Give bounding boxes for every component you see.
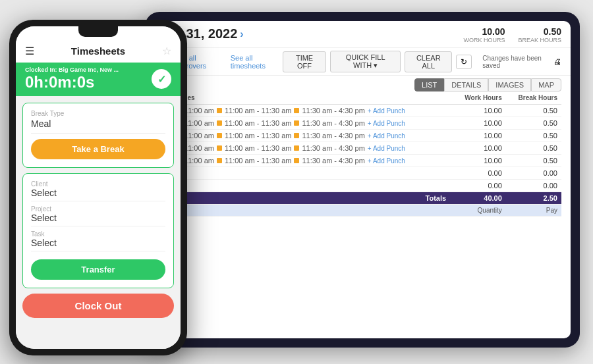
punch-cell: am - 11:00 am 11:00 am - 11:30 am 11:30 … [163, 155, 453, 167]
print-icon[interactable]: 🖨 [553, 57, 561, 66]
table-row: am - 11:00 am 11:00 am - 11:30 am 11:30 … [163, 155, 561, 167]
col-punches: Punches [163, 91, 453, 105]
saved-message: Changes have been saved [482, 55, 550, 69]
clocked-in-text: Clocked In: [25, 66, 57, 73]
transfer-button[interactable]: Transfer [31, 259, 165, 280]
col-break-hours: Break Hours [506, 91, 561, 105]
work-hours-block: 10.00 WORK HOURS [463, 26, 505, 43]
tablet: Jul 31, 2022 › 10.00 WORK HOURS 0.50 BRE… [145, 12, 580, 348]
add-punch-link[interactable]: + Add Punch [368, 132, 405, 140]
empty-row: 0.00 0.00 [163, 167, 561, 180]
break-hours-cell: 0.50 [506, 105, 561, 117]
tab-map[interactable]: MAP [531, 78, 561, 91]
break-hours-value: 0.50 [518, 26, 561, 37]
empty-break-cell: 0.00 [506, 180, 561, 192]
add-punch-link[interactable]: + Add Punch [368, 145, 405, 152]
punch-dot [294, 133, 299, 138]
empty-work-cell: 0.00 [453, 180, 506, 192]
empty-row: 0.00 0.00 [163, 180, 561, 192]
punch-dot [217, 133, 222, 138]
punch-dot [294, 158, 299, 163]
footer-header-row: Quantity Pay [163, 205, 561, 217]
add-punch-link[interactable]: + Add Punch [368, 157, 405, 165]
totals-label: Totals [163, 192, 453, 205]
task-select[interactable]: Select [31, 238, 165, 251]
table-row: am - 11:00 am 11:00 am - 11:30 am 11:30 … [163, 105, 561, 117]
punch-time-2: 11:00 am - 11:30 am [225, 107, 292, 115]
tablet-subheader: 2 See all approvers See all timesheets T… [154, 48, 571, 76]
punch-dot [294, 108, 299, 113]
punch-dot [217, 108, 222, 113]
favorites-star-icon[interactable]: ☆ [162, 45, 171, 57]
clocked-info: Clocked In: Big Game Inc, New ... 0h:0m:… [25, 66, 119, 92]
see-all-timesheets-link[interactable]: See all timesheets [231, 54, 283, 70]
punch-time-3: 11:30 am - 4:30 pm [302, 144, 364, 152]
tab-images[interactable]: IMAGES [488, 78, 531, 91]
work-hours-cell: 10.00 [453, 155, 506, 167]
totals-break: 2.50 [506, 192, 561, 205]
refresh-button[interactable]: ↻ [456, 55, 472, 69]
work-hours-label: WORK HOURS [463, 37, 505, 43]
totals-row: Totals 40.00 2.50 [163, 192, 561, 205]
clock-out-button[interactable]: Clock Out [22, 294, 174, 318]
punch-time-2: 11:00 am - 11:30 am [225, 132, 292, 140]
punch-cell: am - 11:00 am 11:00 am - 11:30 am 11:30 … [163, 130, 453, 142]
break-hours-cell: 0.50 [506, 155, 561, 167]
punch-cell: am - 11:00 am 11:00 am - 11:30 am 11:30 … [163, 105, 453, 117]
punch-dot [217, 158, 222, 163]
view-tabs-bar: LIST DETAILS IMAGES MAP [154, 76, 571, 91]
tablet-hours-summary: 10.00 WORK HOURS 0.50 BREAK HOURS [463, 26, 561, 45]
clear-all-button[interactable]: CLEAR ALL [405, 51, 452, 72]
tab-details[interactable]: DETAILS [444, 78, 488, 91]
punch-time-2: 11:00 am - 11:30 am [225, 144, 292, 152]
footer-empty [163, 205, 453, 217]
empty-break-cell: 0.00 [506, 167, 561, 180]
punch-time-3: 11:30 am - 4:30 pm [302, 107, 364, 115]
punch-dot [217, 120, 222, 126]
add-punch-link[interactable]: + Add Punch [368, 107, 405, 115]
phone-notch [78, 26, 118, 37]
phone-app-title: Timesheets [71, 45, 125, 57]
check-circle-icon[interactable]: ✓ [152, 69, 171, 89]
quick-fill-button[interactable]: QUICK FILL WITH [330, 51, 401, 72]
empty-punch-cell [163, 180, 453, 192]
client-select[interactable]: Select [31, 188, 165, 201]
empty-work-cell: 0.00 [453, 167, 506, 180]
client-label: Client [31, 180, 165, 188]
clocked-label: Clocked In: Big Game Inc, New ... [25, 66, 119, 73]
work-hours-cell: 10.00 [453, 105, 506, 117]
work-hours-cell: 10.00 [453, 117, 506, 130]
break-type-label: Break Type [31, 110, 165, 117]
project-select[interactable]: Select [31, 213, 165, 226]
break-type-value[interactable]: Meal [31, 118, 165, 134]
take-break-button[interactable]: Take a Break [31, 139, 165, 159]
totals-work: 40.00 [453, 192, 506, 205]
project-label: Project [31, 205, 165, 213]
punch-cell: am - 11:00 am 11:00 am - 11:30 am 11:30 … [163, 117, 453, 130]
punch-time-2: 11:00 am - 11:30 am [225, 119, 292, 127]
punch-time-3: 11:30 am - 4:30 pm [302, 157, 364, 165]
work-hours-cell: 10.00 [453, 130, 506, 142]
phone-body: Break Type Meal Take a Break Client Sele… [16, 96, 181, 349]
add-punch-link[interactable]: + Add Punch [368, 120, 405, 127]
tablet-header: Jul 31, 2022 › 10.00 WORK HOURS 0.50 BRE… [154, 21, 571, 48]
punch-time-2: 11:00 am - 11:30 am [225, 157, 292, 165]
clocked-company: Big Game Inc, New ... [59, 66, 119, 73]
hamburger-icon[interactable]: ☰ [25, 45, 34, 57]
date-arrow[interactable]: › [240, 28, 243, 40]
table-row: am - 11:00 am 11:00 am - 11:30 am 11:30 … [163, 130, 561, 142]
table-row: am - 11:00 am 11:00 am - 11:30 am 11:30 … [163, 117, 561, 130]
punch-dot [294, 120, 299, 126]
work-hours-cell: 10.00 [453, 142, 506, 155]
footer-quantity: Quantity [453, 205, 506, 217]
time-off-button[interactable]: TIME OFF [283, 51, 326, 72]
col-work-hours: Work Hours [453, 91, 506, 105]
work-hours-value: 10.00 [463, 26, 505, 37]
punch-cell: am - 11:00 am 11:00 am - 11:30 am 11:30 … [163, 142, 453, 155]
break-hours-cell: 0.50 [506, 142, 561, 155]
break-hours-cell: 0.50 [506, 130, 561, 142]
break-card: Break Type Meal Take a Break [22, 103, 174, 168]
tab-list[interactable]: LIST [414, 78, 444, 91]
timesheet-table-container: Punches Work Hours Break Hours am - 11:0… [154, 91, 571, 338]
break-hours-label: BREAK HOURS [518, 37, 561, 43]
